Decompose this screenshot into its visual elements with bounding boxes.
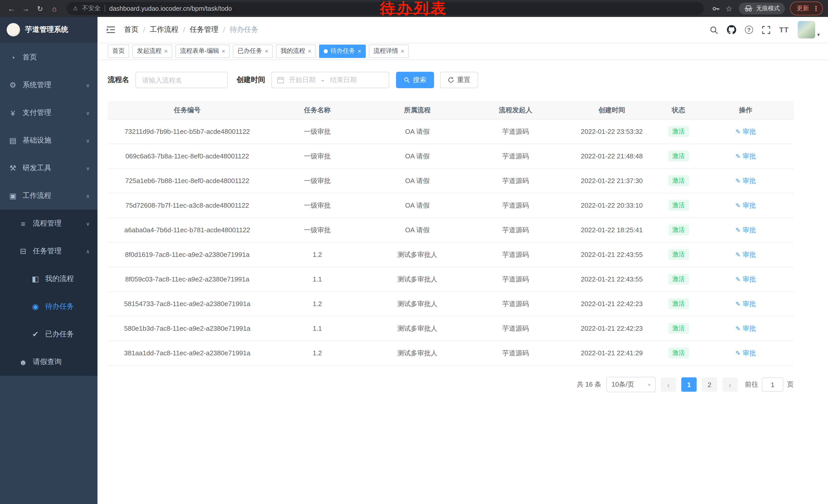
sidebar-item[interactable]: ¥ 支付管理 ∨ xyxy=(0,99,97,127)
sidebar-item[interactable]: ≡ 流程管理 ∨ xyxy=(0,210,97,237)
close-icon[interactable]: × xyxy=(164,48,168,54)
process-management-icon: ≡ xyxy=(18,219,28,228)
sidebar-item-label: 研发工具 xyxy=(23,164,51,173)
search-icon[interactable] xyxy=(709,26,718,34)
process-name-input[interactable] xyxy=(135,72,228,88)
approve-link-label: 审批 xyxy=(743,349,756,358)
help-icon[interactable]: ? xyxy=(745,26,753,34)
cell-task-id: 725a1eb6-7b88-11ec-8ef0-acde48001122 xyxy=(108,177,267,185)
sidebar-item[interactable]: ▣ 工作流程 ∧ xyxy=(0,182,97,210)
browser-menu-icon[interactable]: ⋮ xyxy=(813,5,819,12)
tab-item[interactable]: 待办任务 × xyxy=(319,44,366,58)
tab-item[interactable]: 已办任务 × xyxy=(233,44,273,58)
user-avatar xyxy=(798,21,815,39)
dashboard-icon: ◔ xyxy=(8,53,17,62)
done-task-icon: ✔ xyxy=(31,330,40,339)
table-header-row: 任务编号任务名称所属流程流程发起人创建时间状态操作 xyxy=(108,101,794,120)
breadcrumb-item[interactable]: 工作流程 / xyxy=(150,25,185,34)
sidebar-item[interactable]: ⚙ 系统管理 ∨ xyxy=(0,71,97,99)
sidebar-item[interactable]: ☻ 请假查询 xyxy=(0,348,97,376)
sidebar-item[interactable]: ◧ 我的流程 xyxy=(0,265,97,293)
back-icon[interactable]: ← xyxy=(5,2,17,15)
fullscreen-icon[interactable] xyxy=(762,26,771,34)
update-button[interactable]: 更新 ⋮ xyxy=(790,2,823,15)
approve-link[interactable]: ✎ 审批 xyxy=(735,201,756,210)
approve-link[interactable]: ✎ 审批 xyxy=(735,250,756,259)
approve-link[interactable]: ✎ 审批 xyxy=(735,324,756,333)
user-menu[interactable]: ▾ xyxy=(798,21,820,39)
home-icon[interactable]: ⌂ xyxy=(48,2,60,15)
font-size-icon[interactable]: TT xyxy=(779,26,789,34)
warning-icon: ⚠ xyxy=(73,5,78,12)
status-badge: 激活 xyxy=(668,249,689,260)
page-size-select[interactable]: 10条/页 ▾ xyxy=(606,377,656,392)
page-number-button[interactable]: 2 xyxy=(702,377,717,392)
sidebar-item[interactable]: ◉ 待办任务 xyxy=(0,293,97,320)
reset-button[interactable]: 重置 xyxy=(440,72,478,88)
tab-item[interactable]: 我的流程 × xyxy=(276,44,316,58)
infrastructure-icon: ▤ xyxy=(8,136,17,145)
table-row: 75d72608-7b7f-11ec-a3c8-acde48001122 一级审… xyxy=(108,193,794,218)
table-row: 8f0d1619-7ac8-11ec-a9e2-a2380e71991a 1.2… xyxy=(108,242,794,267)
cell-create-time: 2022-01-21 22:42:23 xyxy=(564,325,659,332)
approve-link[interactable]: ✎ 审批 xyxy=(735,127,756,136)
breadcrumb-item[interactable]: 任务管理 / xyxy=(190,25,225,34)
sidebar-item[interactable]: ⚒ 研发工具 ∨ xyxy=(0,154,97,182)
sidebar-item[interactable]: ✔ 已办任务 xyxy=(0,320,97,348)
page-number-button[interactable]: 1 xyxy=(681,377,697,392)
approve-link[interactable]: ✎ 审批 xyxy=(735,299,756,308)
breadcrumb-item[interactable]: 首页 / xyxy=(124,25,145,34)
page-content: 流程名 创建时间 开始日期 - 结束日期 xyxy=(97,60,828,392)
approve-link[interactable]: ✎ 审批 xyxy=(735,225,756,235)
cell-create-time: 2022-01-22 21:48:48 xyxy=(564,152,659,160)
forward-icon[interactable]: → xyxy=(19,2,32,15)
sidebar-item[interactable]: ▤ 基础设施 ∨ xyxy=(0,127,97,154)
cell-create-time: 2022-01-22 20:33:10 xyxy=(564,201,659,209)
approve-link[interactable]: ✎ 审批 xyxy=(735,275,756,284)
cell-starter: 芋道源码 xyxy=(467,127,564,136)
cell-create-time: 2022-01-21 22:42:23 xyxy=(564,300,659,308)
reset-icon xyxy=(448,77,454,83)
close-icon[interactable]: × xyxy=(265,48,268,54)
cell-task-id: 75d72608-7b7f-11ec-a3c8-acde48001122 xyxy=(108,201,267,209)
breadcrumb: 首页 / 工作流程 / 任务管理 / 待办任务 xyxy=(124,25,258,34)
sidebar-item[interactable]: ⊟ 任务管理 ∧ xyxy=(0,237,97,265)
search-button-label: 搜索 xyxy=(413,75,426,85)
table-row: 58154733-7ac8-11ec-a9e2-a2380e71991a 1.2… xyxy=(108,292,794,316)
sidebar-item[interactable]: ◔ 首页 xyxy=(0,44,97,71)
tab-item[interactable]: 流程详情 × xyxy=(369,44,409,58)
tab-item[interactable]: 首页 xyxy=(108,44,129,58)
column-header: 任务编号 xyxy=(108,105,267,114)
tab-item[interactable]: 流程表单-编辑 × xyxy=(175,44,230,58)
search-button[interactable]: 搜索 xyxy=(396,72,434,88)
close-icon[interactable]: × xyxy=(222,48,225,54)
approve-link[interactable]: ✎ 审批 xyxy=(735,176,756,185)
my-process-icon: ◧ xyxy=(31,274,40,283)
next-page-button[interactable]: › xyxy=(722,377,738,392)
sidebar-item-label: 基础设施 xyxy=(23,136,51,145)
breadcrumb-item[interactable]: 待办任务 xyxy=(230,25,258,34)
cell-task-name: 一级审批 xyxy=(267,201,368,210)
leave-query-icon: ☻ xyxy=(18,358,28,366)
close-icon[interactable]: × xyxy=(358,48,361,54)
bookmark-star-icon[interactable]: ☆ xyxy=(723,4,735,13)
update-label: 更新 xyxy=(797,4,809,13)
approve-link[interactable]: ✎ 审批 xyxy=(735,349,756,358)
navbar-actions: ? TT ▾ xyxy=(709,21,820,39)
cell-create-time: 2022-01-21 22:43:55 xyxy=(564,275,659,283)
status-badge: 激活 xyxy=(668,225,689,235)
github-icon[interactable] xyxy=(727,25,736,34)
approve-link[interactable]: ✎ 审批 xyxy=(735,151,756,161)
close-icon[interactable]: × xyxy=(401,48,404,54)
close-icon[interactable]: × xyxy=(308,48,312,54)
date-range-picker[interactable]: 开始日期 - 结束日期 xyxy=(272,72,389,88)
tab-item[interactable]: 发起流程 × xyxy=(132,44,172,58)
reload-icon[interactable]: ↻ xyxy=(34,2,46,15)
sidebar-item-label: 工作流程 xyxy=(23,191,51,200)
active-dot xyxy=(324,49,328,53)
key-icon[interactable] xyxy=(710,4,721,12)
sidebar-toggle-icon[interactable] xyxy=(106,25,117,35)
prev-page-button[interactable]: ‹ xyxy=(661,377,676,392)
logo[interactable]: 芋道管理系统 xyxy=(0,17,97,43)
goto-page-input[interactable] xyxy=(762,377,783,392)
